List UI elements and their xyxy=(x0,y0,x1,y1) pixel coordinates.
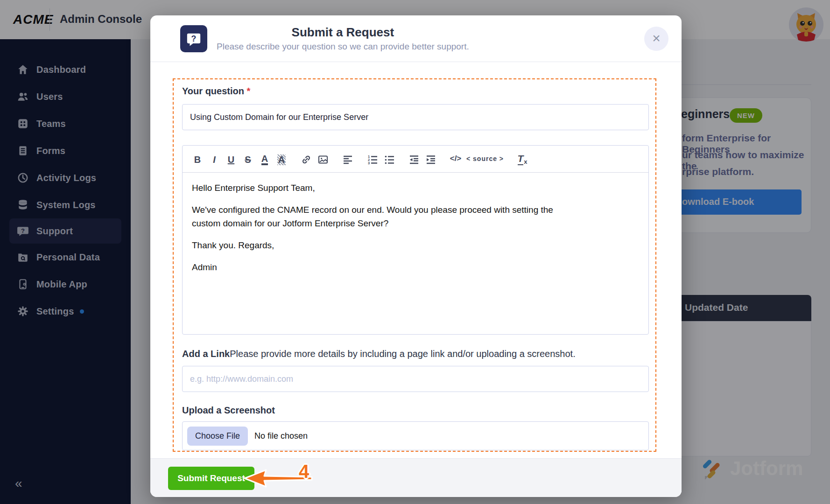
modal-subtitle: Please describe your question so we can … xyxy=(217,42,469,52)
upload-screenshot-label: Upload a Screenshot xyxy=(182,405,647,416)
add-link-label-rest: Please provide more details by including… xyxy=(230,349,575,359)
italic-button[interactable]: I xyxy=(208,151,220,167)
question-label-text: Your question xyxy=(182,86,244,96)
unordered-list-button[interactable] xyxy=(383,151,395,167)
file-chosen-status: No file chosen xyxy=(254,431,308,441)
close-icon[interactable]: × xyxy=(644,27,668,51)
link-input[interactable] xyxy=(182,366,649,392)
code-view-button[interactable]: </> xyxy=(450,151,462,167)
highlight-color-button[interactable]: A xyxy=(275,151,288,167)
indent-icon xyxy=(425,154,436,165)
highlighted-form-area: Your question * B I U S A A xyxy=(173,78,656,452)
font-color-button[interactable]: A xyxy=(259,151,271,167)
image-icon xyxy=(317,154,329,165)
modal-footer: Submit Request 4 xyxy=(150,458,682,497)
align-icon xyxy=(342,154,353,165)
editor-paragraph: We've configured the CNAME record on our… xyxy=(192,203,565,230)
modal-title: Submit a Request xyxy=(292,25,394,40)
question-label: Your question * xyxy=(182,86,647,97)
file-upload-field[interactable]: Choose File No file chosen xyxy=(182,421,649,450)
modal-body: Your question * B I U S A A xyxy=(150,62,682,458)
insert-link-button[interactable] xyxy=(300,151,312,167)
outdent-button[interactable] xyxy=(408,151,420,167)
ordered-list-button[interactable]: 123 xyxy=(366,151,379,167)
strikethrough-button[interactable]: S xyxy=(242,151,254,167)
underline-button[interactable]: U xyxy=(225,151,237,167)
clear-formatting-button[interactable]: Tx xyxy=(516,151,528,167)
modal-header: ? Submit a Request Please describe your … xyxy=(150,15,682,62)
editor-paragraph: Admin xyxy=(192,260,565,274)
modal-title-block: Submit a Request Please describe your qu… xyxy=(217,25,469,52)
source-view-button[interactable]: < source > xyxy=(466,151,504,167)
page: ACME Admin Console Dashboard xyxy=(0,0,830,504)
required-asterisk: * xyxy=(247,86,251,96)
editor-textarea[interactable]: Hello Enterprise Support Team, We've con… xyxy=(183,173,648,291)
annotation-step-number: 4 xyxy=(299,461,309,482)
align-button[interactable] xyxy=(342,151,354,167)
svg-text:?: ? xyxy=(191,34,197,43)
editor-paragraph: Hello Enterprise Support Team, xyxy=(192,181,565,195)
editor-toolbar: B I U S A A xyxy=(183,146,648,173)
question-input[interactable] xyxy=(182,104,649,130)
submit-request-button[interactable]: Submit Request xyxy=(168,467,254,490)
insert-image-button[interactable] xyxy=(317,151,329,167)
unordered-list-icon xyxy=(384,154,395,165)
svg-text:3: 3 xyxy=(368,161,370,165)
bold-button[interactable]: B xyxy=(191,151,204,167)
editor-paragraph: Thank you. Regards, xyxy=(192,238,565,252)
choose-file-button[interactable]: Choose File xyxy=(187,427,248,446)
ordered-list-icon: 123 xyxy=(367,154,378,165)
outdent-icon xyxy=(408,154,420,165)
add-link-label: Add a LinkPlease provide more details by… xyxy=(182,349,647,359)
add-link-label-bold: Add a Link xyxy=(182,349,230,359)
link-icon xyxy=(301,154,312,165)
submit-request-modal: ? Submit a Request Please describe your … xyxy=(150,15,682,497)
rich-text-editor: B I U S A A xyxy=(182,145,649,335)
indent-button[interactable] xyxy=(425,151,437,167)
support-question-icon: ? xyxy=(180,25,207,52)
